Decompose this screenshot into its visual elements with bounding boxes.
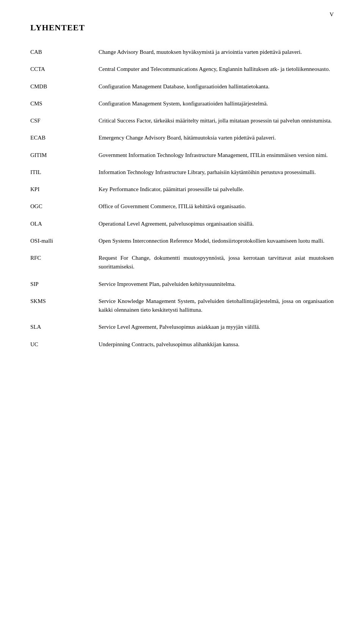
abbr-term: GITIM — [30, 151, 99, 160]
abbreviation-list: CABChange Advisory Board, muutoksen hyvä… — [30, 48, 334, 349]
page-title: LYHENTEET — [30, 23, 334, 33]
abbreviation-row: CCTACentral Computer and Telecommunicati… — [30, 65, 334, 74]
abbr-definition: Service Improvement Plan, palveluiden ke… — [99, 280, 334, 289]
abbr-definition: Service Level Agreement, Palvelusopimus … — [99, 323, 334, 331]
abbreviation-row: CMSConfiguration Management System, konf… — [30, 99, 334, 108]
abbreviation-row: OSI-malliOpen Systems Interconnection Re… — [30, 237, 334, 245]
abbr-definition: Underpinning Contracts, palvelusopimus a… — [99, 340, 334, 349]
abbreviation-row: SKMSService Knowledge Management System,… — [30, 297, 334, 315]
abbreviation-row: ECABEmergency Change Advisory Board, hät… — [30, 133, 334, 142]
abbr-definition: Government Information Technology Infras… — [99, 151, 334, 160]
abbr-definition: Change Advisory Board, muutoksen hyväksy… — [99, 48, 334, 56]
abbreviation-row: OLAOperational Level Agreement, palvelus… — [30, 220, 334, 228]
abbr-definition: Configuration Management Database, konfi… — [99, 82, 334, 91]
abbr-term: OSI-malli — [30, 237, 99, 245]
abbr-term: CMDB — [30, 82, 99, 91]
abbreviation-row: SIPService Improvement Plan, palveluiden… — [30, 280, 334, 289]
abbr-term: UC — [30, 340, 99, 349]
abbr-definition: Central Computer and Telecommunications … — [99, 65, 334, 74]
abbr-definition: Information Technology Infrastructure Li… — [99, 168, 334, 177]
abbreviation-row: KPIKey Performance Indicator, päämittari… — [30, 185, 334, 194]
abbr-term: ITIL — [30, 168, 99, 177]
abbr-definition: Open Systems Interconnection Reference M… — [99, 237, 334, 245]
abbr-term: OLA — [30, 220, 99, 228]
abbr-term: SIP — [30, 280, 99, 289]
abbreviation-row: CMDBConfiguration Management Database, k… — [30, 82, 334, 91]
abbreviation-row: RFCRequest For Change, dokumentti muutos… — [30, 254, 334, 271]
abbr-term: CSF — [30, 116, 99, 125]
abbr-definition: Configuration Management System, konfigu… — [99, 99, 334, 108]
abbr-definition: Operational Level Agreement, palvelusopi… — [99, 220, 334, 228]
abbr-term: OGC — [30, 202, 99, 211]
abbreviation-row: OGCOffice of Government Commerce, ITILiä… — [30, 202, 334, 211]
abbr-term: SLA — [30, 323, 99, 331]
abbr-definition: Critical Success Factor, tärkeäksi määri… — [99, 116, 334, 125]
abbreviation-row: CABChange Advisory Board, muutoksen hyvä… — [30, 48, 334, 56]
abbr-term: KPI — [30, 185, 99, 194]
abbr-term: ECAB — [30, 133, 99, 142]
abbreviation-row: CSFCritical Success Factor, tärkeäksi mä… — [30, 116, 334, 125]
abbreviation-row: SLAService Level Agreement, Palvelusopim… — [30, 323, 334, 331]
abbr-definition: Key Performance Indicator, päämittari pr… — [99, 185, 334, 194]
abbr-term: CAB — [30, 48, 99, 56]
abbr-definition: Office of Government Commerce, ITILiä ke… — [99, 202, 334, 211]
abbreviation-row: GITIMGovernment Information Technology I… — [30, 151, 334, 160]
abbr-term: CCTA — [30, 65, 99, 74]
abbr-term: CMS — [30, 99, 99, 108]
abbr-definition: Request For Change, dokumentti muutospyy… — [99, 254, 334, 271]
abbr-term: RFC — [30, 254, 99, 262]
abbr-definition: Service Knowledge Management System, pal… — [99, 297, 334, 315]
page-number: V — [329, 11, 334, 18]
abbreviation-row: UCUnderpinning Contracts, palvelusopimus… — [30, 340, 334, 349]
abbreviation-row: ITILInformation Technology Infrastructur… — [30, 168, 334, 177]
abbr-definition: Emergency Change Advisory Board, hätämuu… — [99, 133, 334, 142]
abbr-term: SKMS — [30, 297, 99, 306]
